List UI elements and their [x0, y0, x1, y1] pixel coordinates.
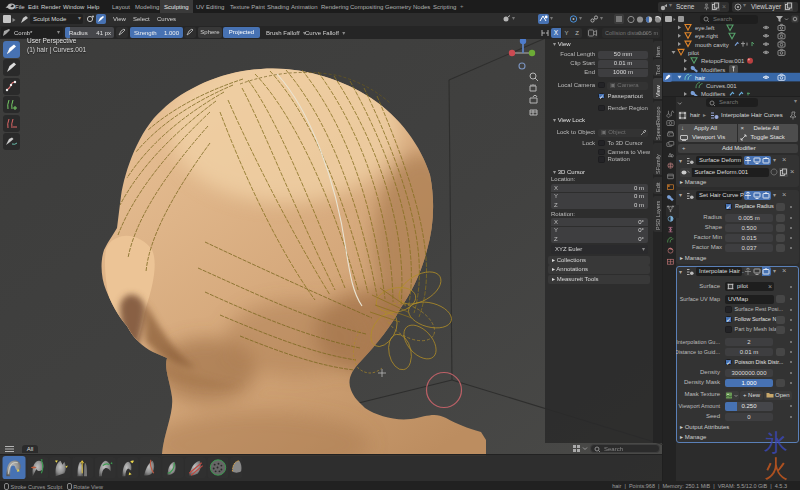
svg-text:Modifiers: Modifiers — [701, 67, 725, 73]
svg-text:hair: hair — [695, 75, 705, 81]
svg-text:RetopoFlow.001: RetopoFlow.001 — [701, 58, 745, 64]
svg-text:eye.right: eye.right — [695, 33, 718, 39]
svg-text:Modifiers: Modifiers — [701, 91, 725, 96]
svg-text:Curves.001: Curves.001 — [706, 83, 737, 89]
svg-text:pilot: pilot — [688, 50, 699, 56]
svg-text:mouth cavity: mouth cavity — [695, 42, 729, 48]
svg-text:eye.left: eye.left — [695, 25, 715, 31]
